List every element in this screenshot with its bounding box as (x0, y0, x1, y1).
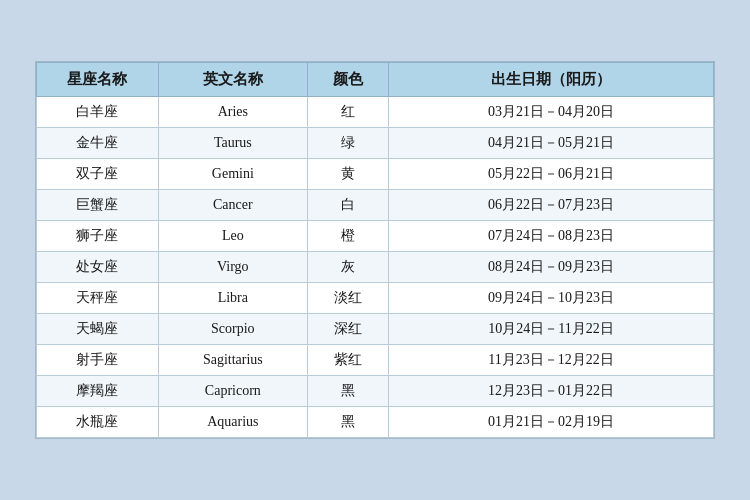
cell-chinese: 天蝎座 (37, 314, 159, 345)
cell-color: 黑 (307, 407, 388, 438)
cell-date: 08月24日－09月23日 (389, 252, 714, 283)
cell-chinese: 水瓶座 (37, 407, 159, 438)
table-row: 处女座Virgo灰08月24日－09月23日 (37, 252, 714, 283)
cell-chinese: 白羊座 (37, 97, 159, 128)
header-english: 英文名称 (158, 63, 307, 97)
table-row: 金牛座Taurus绿04月21日－05月21日 (37, 128, 714, 159)
cell-date: 07月24日－08月23日 (389, 221, 714, 252)
cell-english: Scorpio (158, 314, 307, 345)
table-row: 巨蟹座Cancer白06月22日－07月23日 (37, 190, 714, 221)
cell-date: 10月24日－11月22日 (389, 314, 714, 345)
cell-english: Sagittarius (158, 345, 307, 376)
cell-english: Cancer (158, 190, 307, 221)
cell-english: Aquarius (158, 407, 307, 438)
cell-color: 淡红 (307, 283, 388, 314)
cell-chinese: 射手座 (37, 345, 159, 376)
table-row: 水瓶座Aquarius黑01月21日－02月19日 (37, 407, 714, 438)
cell-chinese: 摩羯座 (37, 376, 159, 407)
cell-color: 黑 (307, 376, 388, 407)
cell-date: 03月21日－04月20日 (389, 97, 714, 128)
header-chinese: 星座名称 (37, 63, 159, 97)
cell-date: 12月23日－01月22日 (389, 376, 714, 407)
cell-english: Aries (158, 97, 307, 128)
cell-english: Virgo (158, 252, 307, 283)
cell-date: 01月21日－02月19日 (389, 407, 714, 438)
cell-date: 11月23日－12月22日 (389, 345, 714, 376)
header-date: 出生日期（阳历） (389, 63, 714, 97)
table-row: 天秤座Libra淡红09月24日－10月23日 (37, 283, 714, 314)
table-row: 摩羯座Capricorn黑12月23日－01月22日 (37, 376, 714, 407)
cell-english: Leo (158, 221, 307, 252)
header-color: 颜色 (307, 63, 388, 97)
cell-date: 04月21日－05月21日 (389, 128, 714, 159)
zodiac-table: 星座名称 英文名称 颜色 出生日期（阳历） 白羊座Aries红03月21日－04… (36, 62, 714, 438)
table-row: 狮子座Leo橙07月24日－08月23日 (37, 221, 714, 252)
cell-english: Taurus (158, 128, 307, 159)
cell-english: Libra (158, 283, 307, 314)
cell-color: 绿 (307, 128, 388, 159)
cell-color: 黄 (307, 159, 388, 190)
cell-chinese: 双子座 (37, 159, 159, 190)
cell-color: 灰 (307, 252, 388, 283)
table-row: 射手座Sagittarius紫红11月23日－12月22日 (37, 345, 714, 376)
table-row: 白羊座Aries红03月21日－04月20日 (37, 97, 714, 128)
table-header-row: 星座名称 英文名称 颜色 出生日期（阳历） (37, 63, 714, 97)
cell-color: 橙 (307, 221, 388, 252)
cell-english: Gemini (158, 159, 307, 190)
cell-color: 紫红 (307, 345, 388, 376)
cell-chinese: 狮子座 (37, 221, 159, 252)
cell-chinese: 处女座 (37, 252, 159, 283)
cell-english: Capricorn (158, 376, 307, 407)
cell-date: 06月22日－07月23日 (389, 190, 714, 221)
cell-chinese: 巨蟹座 (37, 190, 159, 221)
cell-color: 白 (307, 190, 388, 221)
cell-date: 05月22日－06月21日 (389, 159, 714, 190)
cell-date: 09月24日－10月23日 (389, 283, 714, 314)
cell-color: 深红 (307, 314, 388, 345)
cell-chinese: 金牛座 (37, 128, 159, 159)
zodiac-table-wrapper: 星座名称 英文名称 颜色 出生日期（阳历） 白羊座Aries红03月21日－04… (35, 61, 715, 439)
table-row: 天蝎座Scorpio深红10月24日－11月22日 (37, 314, 714, 345)
cell-color: 红 (307, 97, 388, 128)
table-row: 双子座Gemini黄05月22日－06月21日 (37, 159, 714, 190)
cell-chinese: 天秤座 (37, 283, 159, 314)
